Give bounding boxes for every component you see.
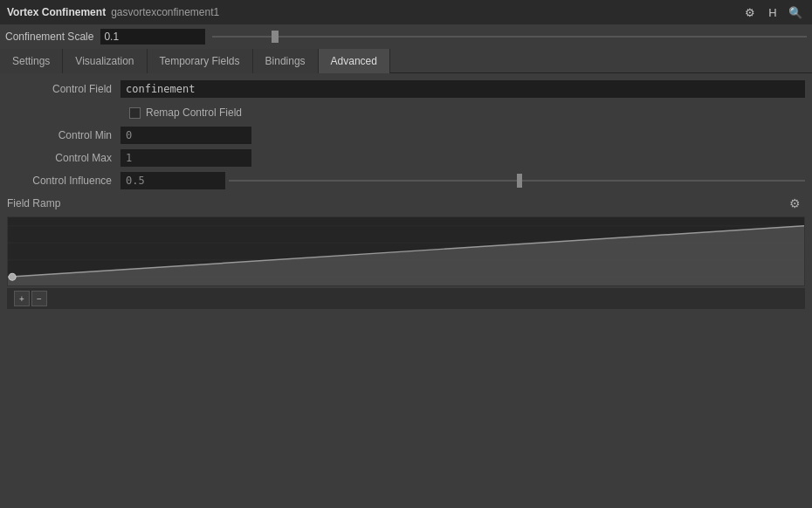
tab-bindings[interactable]: Bindings: [253, 49, 319, 73]
scale-label: Confinement Scale: [5, 31, 93, 43]
influence-slider-thumb[interactable]: [517, 174, 522, 188]
control-min-label: Control Min: [7, 129, 120, 141]
scale-slider-track: [212, 36, 807, 38]
field-ramp-header: Field Ramp ⚙: [0, 192, 812, 215]
control-field-value-text: confinement: [126, 83, 195, 95]
control-field-value: confinement: [120, 80, 805, 98]
field-ramp-settings-icon[interactable]: ⚙: [784, 193, 805, 214]
tab-advanced[interactable]: Advanced: [319, 49, 390, 73]
svg-marker-4: [8, 226, 804, 285]
ramp-toolbar: + −: [7, 288, 805, 309]
control-min-input[interactable]: [120, 127, 251, 144]
ramp-graph-svg: [8, 217, 804, 285]
control-field-label: Control Field: [7, 83, 120, 95]
scale-slider-thumb[interactable]: [272, 31, 279, 43]
control-influence-slider: [229, 172, 805, 189]
scale-row: Confinement Scale: [0, 24, 812, 49]
remap-label: Remap Control Field: [146, 106, 242, 119]
control-min-row: Control Min: [0, 124, 812, 147]
search-icon[interactable]: 🔍: [786, 3, 805, 22]
ramp-remove-button[interactable]: −: [31, 291, 47, 306]
app-subtitle: gasvortexconfinement1: [111, 6, 219, 18]
tab-temporary-fields[interactable]: Temporary Fields: [148, 49, 253, 73]
tabs-row: Settings Visualization Temporary Fields …: [0, 49, 812, 73]
remap-checkbox[interactable]: [129, 107, 141, 119]
settings-icon[interactable]: ⚙: [740, 3, 760, 22]
help-icon[interactable]: H: [763, 3, 782, 22]
control-max-input[interactable]: [120, 149, 251, 167]
control-influence-label: Control Influence: [7, 175, 120, 187]
scale-input[interactable]: [100, 29, 205, 45]
tab-visualization[interactable]: Visualization: [63, 49, 147, 73]
control-influence-input[interactable]: [120, 172, 225, 189]
title-bar-left: Vortex Confinement gasvortexconfinement1: [7, 6, 219, 18]
influence-slider-track: [229, 180, 805, 182]
control-field-row: Control Field confinement: [0, 77, 812, 101]
title-bar-icons: ⚙ H 🔍: [740, 3, 805, 22]
title-bar: Vortex Confinement gasvortexconfinement1…: [0, 0, 812, 24]
scale-slider-container: [212, 29, 807, 45]
svg-point-6: [9, 273, 16, 280]
tab-settings[interactable]: Settings: [0, 49, 63, 73]
ramp-add-button[interactable]: +: [14, 291, 30, 306]
field-ramp-label: Field Ramp: [7, 197, 60, 209]
control-influence-row: Control Influence: [0, 169, 812, 192]
remap-row: Remap Control Field: [0, 101, 812, 124]
control-max-row: Control Max: [0, 147, 812, 169]
control-max-label: Control Max: [7, 152, 120, 164]
field-ramp-graph[interactable]: [7, 216, 805, 286]
content-area: Control Field confinement Remap Control …: [0, 73, 812, 312]
app-title: Vortex Confinement: [7, 6, 106, 18]
